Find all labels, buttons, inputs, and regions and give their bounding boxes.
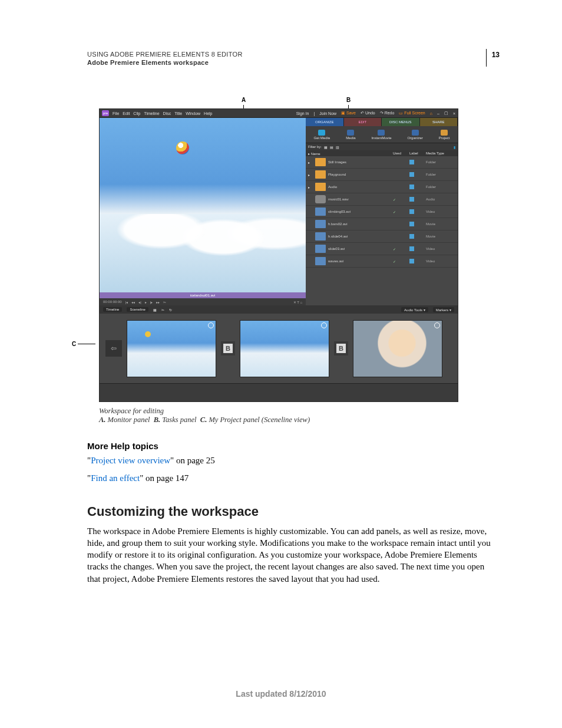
callout-C-line: [78, 344, 95, 344]
wave-graphic: [100, 214, 306, 292]
tab-organize[interactable]: ORGANIZE: [306, 118, 344, 126]
tool-get-media[interactable]: Get Media: [313, 130, 330, 140]
row-name: Still Images: [328, 160, 391, 164]
minimize-icon[interactable]: –: [437, 111, 439, 116]
media-icon: [347, 130, 354, 136]
new-item-icon[interactable]: ▮: [454, 145, 455, 149]
restore-icon[interactable]: ▢: [444, 111, 448, 116]
play-icon[interactable]: ▸: [145, 300, 147, 304]
menu-clip[interactable]: Clip: [133, 111, 140, 116]
tool-project[interactable]: Project: [439, 130, 450, 140]
row-mediatype: Video: [426, 259, 455, 263]
markers-menu[interactable]: Markers ▾: [433, 307, 454, 312]
table-row[interactable]: ▸PlaygroundFolder: [306, 169, 458, 181]
more-help-heading: More Help topics: [87, 441, 500, 451]
menu-window[interactable]: Window: [186, 111, 200, 116]
transition-slot[interactable]: B: [221, 341, 235, 355]
project-columns-header: ▸ Name Used Label Media Type: [306, 150, 458, 156]
table-row[interactable]: slide03.avi✓Video: [306, 243, 458, 255]
tab-disc-menus[interactable]: DISC MENUS: [382, 118, 420, 126]
menu-disc[interactable]: Disc: [163, 111, 171, 116]
table-row[interactable]: h.slide04.aviMovie: [306, 230, 458, 243]
home-icon[interactable]: ⌂: [430, 111, 432, 116]
figure-caption: Workspace for editing A. Monitor panel B…: [99, 407, 500, 424]
table-row[interactable]: music01.wav✓Audio: [306, 193, 458, 206]
view-timeline[interactable]: Timeline: [103, 307, 122, 312]
undo-button[interactable]: ↶ Undo: [361, 111, 375, 116]
step-fwd-icon[interactable]: |▸: [150, 300, 153, 304]
sceneline-clip[interactable]: [240, 320, 329, 377]
app-logo-icon: pre: [102, 110, 109, 116]
tab-edit[interactable]: EDIT: [344, 118, 382, 126]
filter-detail-icon[interactable]: ▥: [336, 145, 339, 149]
scene-tool-icon[interactable]: ▦: [153, 308, 157, 312]
magnify-icon[interactable]: [321, 322, 327, 328]
redo-button[interactable]: ↷ Redo: [380, 111, 395, 116]
chevron-right-icon[interactable]: ▸: [308, 185, 313, 189]
menu-title[interactable]: Title: [174, 111, 182, 116]
goto-start-icon[interactable]: |◂: [125, 300, 128, 304]
scene-tool-icon[interactable]: ↻: [169, 308, 172, 312]
menu-file[interactable]: File: [113, 111, 119, 116]
current-clip-name: icelandsol01.avi: [100, 292, 306, 298]
magnify-icon[interactable]: [434, 322, 440, 328]
row-mediatype: Folder: [426, 185, 455, 189]
menu-edit[interactable]: Edit: [123, 111, 130, 116]
fullscreen-button[interactable]: ▭ Full Screen: [399, 111, 425, 116]
table-row[interactable]: ▸Still ImagesFolder: [306, 156, 458, 169]
table-row[interactable]: h.bars02.aviMovie: [306, 218, 458, 230]
magnify-icon[interactable]: [208, 322, 214, 328]
sceneline-clip[interactable]: [353, 320, 442, 377]
chevron-right-icon[interactable]: ▸: [308, 173, 313, 177]
chevron-right-icon[interactable]: ▸: [308, 160, 313, 164]
row-name: h.slide04.avi: [328, 235, 391, 238]
row-name: slide03.avi: [328, 247, 391, 251]
view-sceneline[interactable]: Sceneline: [127, 307, 148, 312]
transition-slot[interactable]: B: [334, 341, 348, 355]
audio-tools-menu[interactable]: Audio Tools ▾: [401, 307, 428, 312]
beach-ball-graphic: [176, 141, 189, 154]
sceneline-prev-icon[interactable]: ⇦: [105, 340, 122, 357]
instantmovie-icon: [378, 130, 385, 136]
row-used: ✓: [393, 197, 407, 202]
monitor-panel: icelandsol01.avi 00:00:00:00 |◂ ◂◂ ◂| ▸ …: [100, 118, 306, 305]
signin-link[interactable]: Sign In: [296, 111, 309, 116]
sceneline-clip[interactable]: [127, 320, 216, 377]
tool-media[interactable]: Media: [346, 130, 355, 140]
col-label[interactable]: Label: [409, 151, 424, 155]
col-used[interactable]: Used: [393, 151, 407, 155]
grab-frame-icon[interactable]: ✕ T ⌂: [293, 300, 302, 304]
scene-tool-icon[interactable]: ✂: [161, 308, 164, 312]
col-name[interactable]: ▸ Name: [308, 151, 391, 156]
thumbnail-icon: [315, 257, 326, 265]
row-label: [409, 234, 424, 239]
timecode-display: 00:00:00:00: [103, 300, 122, 304]
link-project-view-overview[interactable]: Project view overview: [91, 456, 170, 465]
thumbnail-icon: [315, 195, 326, 203]
save-button[interactable]: ▣ Save: [341, 111, 356, 116]
link-find-an-effect[interactable]: Find an effect: [91, 473, 140, 483]
col-mediatype[interactable]: Media Type: [426, 151, 455, 155]
join-link[interactable]: Join Now: [319, 111, 336, 116]
row-name: h.bars02.avi: [328, 222, 391, 226]
menu-help[interactable]: Help: [204, 111, 212, 116]
table-row[interactable]: climbing03.avi✓Video: [306, 206, 458, 218]
tool-instantmovie[interactable]: InstantMovie: [371, 130, 391, 140]
filter-list-icon[interactable]: ▦: [324, 145, 328, 149]
table-row[interactable]: ▸AudioFolder: [306, 181, 458, 193]
step-back-icon[interactable]: ◂|: [138, 300, 141, 304]
tab-share[interactable]: SHARE: [420, 118, 458, 126]
split-icon[interactable]: ✂: [163, 300, 166, 304]
thumbnail-icon: [315, 232, 326, 241]
close-icon[interactable]: ×: [453, 111, 455, 116]
table-row[interactable]: waves.avi✓Video: [306, 255, 458, 268]
menu-timeline[interactable]: Timeline: [144, 111, 159, 116]
row-name: climbing03.avi: [328, 210, 391, 213]
rewind-icon[interactable]: ◂◂: [131, 300, 135, 304]
callout-B: B: [346, 97, 351, 103]
filter-thumb-icon[interactable]: ▤: [330, 145, 333, 149]
row-used: ✓: [393, 259, 407, 263]
tool-organizer[interactable]: Organizer: [407, 130, 422, 140]
fastfwd-icon[interactable]: ▸▸: [156, 300, 160, 304]
filter-row: Filter by: ▦ ▤ ▥ ▮: [306, 143, 458, 150]
